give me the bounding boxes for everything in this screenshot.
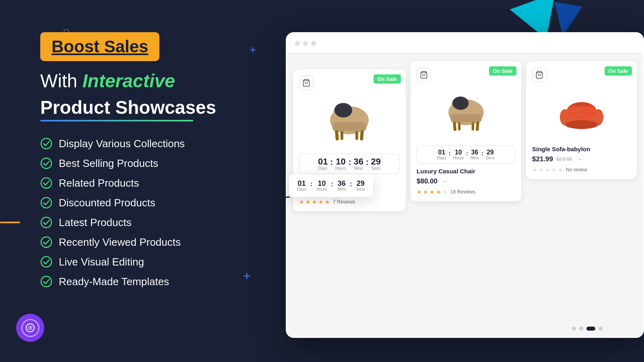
- svg-rect-28: [471, 122, 474, 130]
- svg-point-0: [41, 138, 52, 149]
- product-price-2: $80.00 →: [417, 177, 515, 185]
- product-card-1: On Sale: [293, 70, 406, 211]
- headline: With Interactive: [40, 69, 262, 93]
- right-panel: On Sale: [282, 0, 644, 362]
- countdown-days-1: 01 Days: [318, 157, 328, 171]
- price-main-2: $80.00: [417, 177, 438, 185]
- product-price-3: $21.99 $23.00 →: [532, 155, 631, 163]
- svg-point-37: [582, 106, 595, 117]
- headline-interactive: Interactive: [83, 70, 175, 91]
- check-icon-5: [40, 216, 52, 228]
- carousel-dot-2[interactable]: [579, 327, 583, 331]
- feature-text-1: Display Various Collections: [59, 138, 185, 150]
- feature-text-2: Best Selling Products: [59, 157, 158, 170]
- stars-2: ★ ★ ★ ★ ★ 18 Reviews: [417, 189, 515, 195]
- svg-rect-24: [450, 114, 481, 122]
- feature-text-7: Live Visual Editing: [59, 256, 144, 268]
- svg-point-7: [41, 276, 52, 287]
- svg-point-2: [41, 178, 52, 188]
- logo-circle: [16, 314, 44, 342]
- on-sale-badge-3: On Sale: [605, 66, 632, 76]
- float-hours: 10 Hours: [316, 180, 327, 191]
- svg-rect-18: [341, 131, 343, 140]
- svg-point-23: [452, 97, 469, 110]
- float-days: 01 Days: [297, 180, 306, 191]
- feature-text-6: Recently Viewed Products: [59, 236, 181, 249]
- countdown-hours-1: 10 Hours: [335, 157, 346, 171]
- feature-item-3: Related Products: [40, 177, 262, 189]
- countdown-mins-1: 36 Mins: [353, 157, 363, 171]
- feature-item-7: Live Visual Editing: [40, 256, 262, 268]
- feature-item-5: Latest Products: [40, 216, 262, 229]
- headline-with: With: [40, 70, 77, 91]
- feature-list: Display Various Collections Best Selling…: [40, 138, 262, 288]
- cart-icon-2[interactable]: [417, 68, 431, 82]
- svg-rect-19: [355, 131, 358, 140]
- browser-frame: On Sale: [286, 32, 644, 338]
- floating-countdown: 01 Days : 10 Hours : 36 Mins : 2: [289, 174, 373, 197]
- check-icon-1: [40, 138, 52, 150]
- svg-point-14: [334, 103, 352, 117]
- feature-item-6: Recently Viewed Products: [40, 236, 262, 249]
- check-icon-7: [40, 256, 52, 268]
- svg-point-1: [41, 158, 52, 169]
- browser-dot-1: [295, 41, 300, 46]
- product-image-1: [299, 94, 400, 150]
- feature-text-3: Related Products: [59, 177, 139, 189]
- check-icon-4: [40, 197, 52, 209]
- boost-badge-text: Boost Sales: [52, 37, 148, 56]
- product-name-3: Single Sofa-babylon: [532, 146, 631, 152]
- product-image-2: [417, 86, 515, 142]
- feature-text-8: Ready-Made Templates: [59, 276, 169, 288]
- feature-item-2: Best Selling Products: [40, 157, 262, 170]
- stars-1: ★ ★ ★ ★ ★ 7 Reviews: [299, 199, 400, 205]
- headline-underline: [40, 120, 193, 121]
- svg-point-5: [41, 237, 52, 247]
- on-sale-badge-1: On Sale: [374, 74, 401, 84]
- carousel-dot-4[interactable]: [599, 327, 603, 331]
- logo-icon: [24, 322, 36, 334]
- svg-point-3: [41, 197, 52, 208]
- product-name-2: Luxury Casual Chair: [417, 168, 515, 175]
- check-icon-2: [40, 157, 52, 169]
- check-icon-8: [40, 276, 52, 288]
- cart-icon-1[interactable]: [299, 76, 314, 90]
- left-panel: Boost Sales With Interactive Product Sho…: [0, 0, 290, 362]
- price-old-3: $23.00: [556, 156, 572, 162]
- svg-point-6: [41, 257, 52, 267]
- svg-rect-15: [332, 122, 366, 131]
- feature-item-4: Discounted Products: [40, 197, 262, 209]
- carousel-dots: [572, 327, 603, 331]
- on-sale-badge-2: On Sale: [489, 66, 516, 76]
- svg-point-4: [41, 217, 52, 228]
- carousel-dot-3[interactable]: [586, 327, 595, 331]
- browser-dot-2: [303, 41, 308, 46]
- product-image-3: [532, 86, 631, 142]
- float-mins: 36 Mins: [337, 180, 346, 191]
- boost-badge: Boost Sales: [40, 32, 159, 61]
- carousel-dot-1[interactable]: [572, 327, 576, 331]
- float-secs: 29 Secs: [356, 180, 365, 191]
- svg-rect-27: [458, 122, 460, 130]
- feature-item-1: Display Various Collections: [40, 138, 262, 150]
- price-main-3: $21.99: [532, 155, 553, 163]
- feature-text-5: Latest Products: [59, 216, 132, 229]
- product-card-2: On Sale 01: [411, 62, 521, 201]
- headline-line2: Product Showcases: [40, 97, 262, 118]
- review-count-2: 18 Reviews: [450, 189, 475, 195]
- countdown-bar-1: 01 Days : 10 Hours : 36 Mins : 2: [299, 154, 400, 174]
- review-count-1: 7 Reviews: [333, 199, 355, 205]
- chair-svg-1: [321, 98, 378, 146]
- svg-point-10: [30, 327, 31, 329]
- browser-top-bar: [287, 33, 643, 53]
- check-icon-3: [40, 177, 52, 189]
- check-icon-6: [40, 236, 52, 248]
- sofa-svg-3: [555, 92, 608, 136]
- browser-content: On Sale: [287, 53, 643, 337]
- review-count-3: No review: [566, 167, 587, 173]
- cart-icon-3[interactable]: [532, 68, 547, 82]
- svg-point-38: [565, 120, 598, 129]
- feature-text-4: Discounted Products: [59, 197, 155, 209]
- product-card-3: On Sale: [526, 62, 637, 179]
- countdown-bar-2: 01 Days : 10 Hours : 36 Mins : 2: [417, 146, 515, 164]
